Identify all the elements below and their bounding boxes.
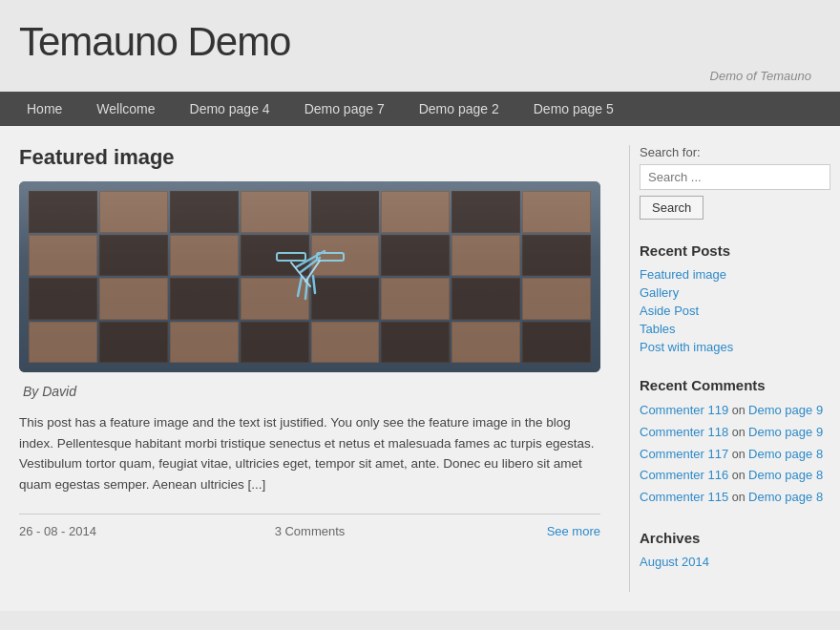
list-item: Commenter 119 on Demo page 9 [640,401,830,420]
loader-icon [267,234,353,320]
commenter-link[interactable]: Commenter 116 [640,468,728,482]
post-comments: 3 Comments [213,524,407,538]
list-item: Commenter 117 on Demo page 8 [640,445,830,464]
recent-posts-widget: Recent Posts Featured imageGalleryAside … [640,242,830,354]
list-item: Featured image [640,266,830,282]
list-item: Aside Post [640,303,830,318]
nav-link[interactable]: Home [10,92,79,126]
list-item: August 2014 [640,554,830,569]
site-tagline: Demo of Temauno [19,69,821,87]
nav-link[interactable]: Demo page 2 [402,92,516,126]
main-nav: HomeWellcomeDemo page 4Demo page 7Demo p… [0,92,840,126]
comment-page-link[interactable]: Demo page 8 [748,490,823,504]
sidebar: Search for: Search Recent Posts Featured… [640,145,830,592]
recent-posts-list: Featured imageGalleryAside PostTablesPos… [640,266,830,354]
site-header: Temauno Demo Demo of Temauno [0,0,840,92]
recent-post-link[interactable]: Tables [640,322,676,336]
post-meta: 26 - 08 - 2014 3 Comments See more [19,514,600,538]
search-button[interactable]: Search [640,196,704,220]
archives-title: Archives [640,530,830,546]
post-title: Featured image [19,145,600,170]
nav-link[interactable]: Demo page 5 [516,92,631,126]
recent-post-link[interactable]: Gallery [640,285,679,300]
recent-comments-title: Recent Comments [640,377,830,393]
recent-post-link[interactable]: Aside Post [640,304,699,318]
svg-line-4 [298,277,302,296]
svg-line-6 [313,276,315,293]
nav-link[interactable]: Demo page 4 [173,92,287,126]
nav-item: Home [10,92,79,126]
archive-link[interactable]: August 2014 [640,555,709,569]
nav-item: Demo page 4 [173,92,287,126]
main-content: Featured image [19,145,620,592]
archives-widget: Archives August 2014 [640,530,830,569]
site-title: Temauno Demo [19,19,821,65]
nav-item: Wellcome [79,92,172,126]
commenter-link[interactable]: Commenter 118 [640,425,728,439]
post-read-more[interactable]: See more [407,524,600,538]
comment-page-link[interactable]: Demo page 8 [748,447,823,461]
list-item: Commenter 115 on Demo page 8 [640,488,830,507]
nav-item: Demo page 5 [516,92,631,126]
comment-page-link[interactable]: Demo page 9 [748,425,823,439]
search-widget: Search for: Search [640,145,830,220]
list-item: Commenter 118 on Demo page 9 [640,423,830,442]
recent-post-link[interactable]: Featured image [640,267,726,282]
post-date: 26 - 08 - 2014 [19,524,213,538]
recent-comments-widget: Recent Comments Commenter 119 on Demo pa… [640,377,830,507]
commenter-link[interactable]: Commenter 115 [640,490,728,504]
comment-page-link[interactable]: Demo page 9 [748,403,823,417]
archives-list: August 2014 [640,554,830,569]
comment-page-link[interactable]: Demo page 8 [748,468,823,482]
nav-list: HomeWellcomeDemo page 4Demo page 7Demo p… [10,92,830,126]
search-input[interactable] [640,164,830,190]
recent-posts-title: Recent Posts [640,242,830,259]
commenter-link[interactable]: Commenter 119 [640,403,728,417]
list-item: Gallery [640,284,830,300]
content-divider [629,145,630,592]
nav-item: Demo page 7 [287,92,402,126]
list-item: Commenter 116 on Demo page 8 [640,466,830,485]
list-item: Tables [640,321,830,336]
list-item: Post with images [640,339,830,354]
read-more-link[interactable]: See more [547,524,600,538]
commenter-link[interactable]: Commenter 117 [640,447,728,461]
recent-comments-list: Commenter 119 on Demo page 9Commenter 11… [640,401,830,507]
nav-link[interactable]: Wellcome [79,92,172,126]
image-overlay [19,181,600,372]
content-area: Featured image [0,126,840,611]
nav-link[interactable]: Demo page 7 [287,92,402,126]
post-excerpt: This post has a feature image and the te… [19,412,600,494]
recent-post-link[interactable]: Post with images [640,340,733,354]
featured-image [19,181,600,372]
search-label: Search for: [640,145,830,159]
nav-item: Demo page 2 [402,92,516,126]
post-author: By David [19,384,600,399]
svg-rect-0 [277,253,305,261]
